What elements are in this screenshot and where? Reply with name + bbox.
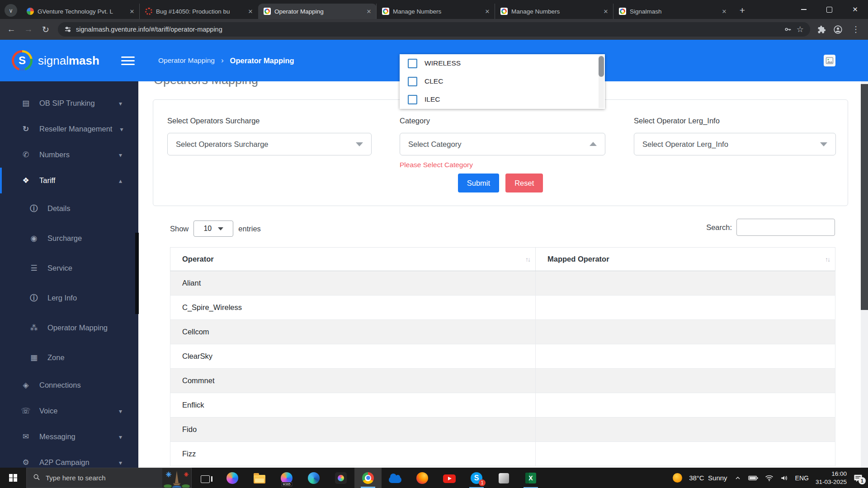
column-header-mapped-operator[interactable]: Mapped Operator ↑↓ xyxy=(535,248,835,271)
password-key-icon[interactable] xyxy=(784,25,792,33)
taskbar-app[interactable]: M365 xyxy=(273,468,300,488)
tab-close-icon[interactable] xyxy=(602,7,610,15)
browser-tab[interactable]: Manage Numbers xyxy=(495,4,613,19)
table-row[interactable]: Fizz xyxy=(170,442,835,466)
forward-icon[interactable] xyxy=(24,24,33,34)
battery-icon[interactable] xyxy=(748,474,758,482)
table-row[interactable]: Fido xyxy=(170,418,835,442)
checkbox-icon[interactable] xyxy=(408,77,417,86)
browser-tab[interactable]: Bug #14050: Production bu xyxy=(140,4,258,19)
tab-close-icon[interactable] xyxy=(483,7,491,15)
bookmark-star-icon[interactable] xyxy=(797,24,804,34)
site-info-icon[interactable] xyxy=(64,26,71,33)
taskbar-app[interactable] xyxy=(517,468,544,488)
table-row[interactable]: Enflick xyxy=(170,393,835,418)
new-tab-button[interactable] xyxy=(736,4,749,17)
sidebar-item[interactable]: Surcharge xyxy=(0,223,138,253)
tab-close-icon[interactable] xyxy=(246,7,255,15)
browser-tab[interactable]: GVenture Technology Pvt. L xyxy=(21,4,140,19)
tab-search-button[interactable] xyxy=(5,4,17,17)
taskbar-app[interactable] xyxy=(300,468,327,488)
avatar-placeholder-icon[interactable] xyxy=(824,55,835,66)
page-scrollbar[interactable] xyxy=(861,81,868,468)
sidebar-item[interactable]: Numbers xyxy=(0,142,138,168)
browser-tab[interactable]: Manage Numbers xyxy=(377,4,495,19)
sidebar-item[interactable]: Operator Mapping xyxy=(0,313,138,343)
sidebar-item[interactable]: Connections xyxy=(0,372,138,398)
wifi-icon[interactable] xyxy=(765,474,774,482)
clock[interactable]: 16:00 31-03-2025 xyxy=(816,470,847,486)
sidebar-item[interactable]: A2P Campaign xyxy=(0,450,138,468)
table-row[interactable]: Cellcom xyxy=(170,320,835,344)
search-input[interactable] xyxy=(736,219,835,236)
surcharge-select[interactable]: Select Operators Surcharge xyxy=(167,133,372,155)
page-size-select[interactable]: 10 xyxy=(193,221,233,237)
taskbar-app[interactable] xyxy=(409,468,436,488)
dropdown-scroll-track[interactable] xyxy=(599,55,604,108)
profile-icon[interactable] xyxy=(833,25,843,34)
back-icon[interactable] xyxy=(6,24,16,34)
show-hidden-icons-chevron[interactable] xyxy=(734,474,741,482)
reset-button[interactable]: Reset xyxy=(505,174,543,192)
tab-close-icon[interactable] xyxy=(128,7,136,15)
table-row[interactable]: Aliant xyxy=(170,271,835,296)
taskbar-app[interactable] xyxy=(219,468,246,488)
lerg-info-select[interactable]: Select Operator Lerg_Info xyxy=(634,133,836,155)
browser-tab[interactable]: Operator Mapping xyxy=(258,4,377,19)
extensions-puzzle-icon[interactable] xyxy=(817,25,826,34)
category-option[interactable]: ILEC xyxy=(400,90,605,108)
category-option[interactable]: WIRELESS xyxy=(400,54,605,72)
table-row[interactable]: ClearSky xyxy=(170,344,835,369)
checkbox-icon[interactable] xyxy=(408,95,417,104)
sidebar-item[interactable]: OB SIP Trunking xyxy=(0,90,138,116)
column-header-operator[interactable]: Operator ↑↓ xyxy=(170,248,535,271)
table-row[interactable]: Commnet xyxy=(170,369,835,393)
sidebar-item[interactable]: Tariff xyxy=(0,168,138,193)
sidebar-item[interactable]: Reseller Management xyxy=(0,116,138,142)
category-select[interactable]: Select Category xyxy=(400,133,605,155)
sort-icon[interactable]: ↑↓ xyxy=(525,256,530,263)
taskbar-app[interactable] xyxy=(354,468,382,488)
sidebar-item[interactable]: Zone xyxy=(0,343,138,372)
volume-icon[interactable] xyxy=(780,474,788,482)
reload-icon[interactable] xyxy=(41,24,51,35)
start-button[interactable] xyxy=(0,468,26,488)
taskbar-app[interactable] xyxy=(490,468,517,488)
search-highlight-image[interactable] xyxy=(162,468,191,488)
weather-text[interactable]: 38°C Sunny xyxy=(689,474,727,482)
sidebar-item[interactable]: Messaging xyxy=(0,424,138,450)
action-center-icon[interactable]: 1 xyxy=(854,474,863,482)
taskbar-app[interactable] xyxy=(436,468,463,488)
taskbar-app[interactable] xyxy=(382,468,409,488)
taskbar-app[interactable] xyxy=(192,468,219,488)
submit-button[interactable]: Submit xyxy=(458,174,499,192)
taskbar-app[interactable]: 1 xyxy=(463,468,490,488)
browser-menu-icon[interactable] xyxy=(850,24,862,34)
sidebar-item[interactable]: Service xyxy=(0,253,138,283)
scrollbar-thumb[interactable] xyxy=(861,84,868,310)
sidebar-item[interactable]: Details xyxy=(0,193,138,223)
minimize-button[interactable] xyxy=(791,0,816,19)
dropdown-scroll-thumb[interactable] xyxy=(599,56,604,77)
sidebar-item[interactable]: Lerg Info xyxy=(0,283,138,313)
close-button[interactable] xyxy=(842,0,868,19)
maximize-button[interactable] xyxy=(816,0,842,19)
table-row[interactable]: C_Spire_Wireless xyxy=(170,296,835,320)
sort-icon[interactable]: ↑↓ xyxy=(825,256,830,263)
taskbar-app[interactable] xyxy=(246,468,273,488)
sidebar-item[interactable]: Voice xyxy=(0,398,138,424)
checkbox-icon[interactable] xyxy=(408,59,417,68)
tab-close-icon[interactable] xyxy=(365,7,373,15)
browser-tab[interactable]: Signalmash xyxy=(613,4,732,19)
breadcrumb-parent[interactable]: Operator Mapping xyxy=(158,56,215,65)
category-option[interactable]: CLEC xyxy=(400,72,605,90)
chevron-down-icon xyxy=(820,142,827,146)
weather-sun-icon[interactable] xyxy=(673,473,682,483)
taskbar-search-box[interactable]: Type here to search xyxy=(26,468,192,488)
sidebar-scrollbar[interactable] xyxy=(135,233,139,314)
address-bar[interactable]: signalmash.gventure.info/#/tariff/operat… xyxy=(58,22,810,37)
tab-close-icon[interactable] xyxy=(720,7,728,15)
language-indicator[interactable]: ENG xyxy=(795,474,809,482)
hamburger-menu-icon[interactable] xyxy=(121,56,135,65)
taskbar-app[interactable] xyxy=(327,468,354,488)
